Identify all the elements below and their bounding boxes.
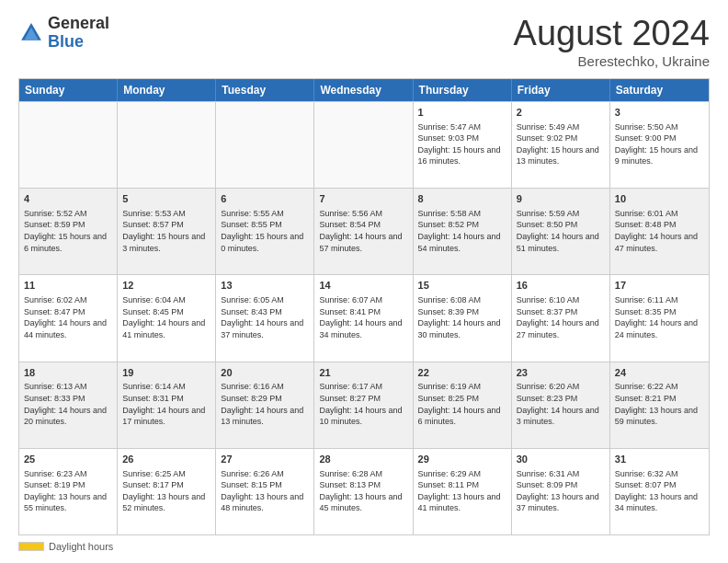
day-number: 20: [221, 366, 309, 380]
header-day-monday: Monday: [118, 79, 216, 101]
day-number: 27: [221, 453, 309, 466]
day-number: 29: [418, 453, 506, 466]
cell-info: Sunrise: 6:11 AMSunset: 8:35 PMDaylight:…: [615, 294, 704, 340]
cell-info: Sunrise: 6:16 AMSunset: 8:29 PMDaylight:…: [221, 381, 309, 427]
cell-info: Sunrise: 5:47 AMSunset: 9:03 PMDaylight:…: [418, 121, 506, 167]
calendar-body: 1Sunrise: 5:47 AMSunset: 9:03 PMDaylight…: [19, 101, 709, 534]
day-number: 16: [517, 279, 605, 293]
cell-info: Sunrise: 5:59 AMSunset: 8:50 PMDaylight:…: [517, 208, 605, 254]
day-number: 22: [418, 366, 506, 380]
day-number: 7: [319, 192, 407, 206]
day-cell-4: 4Sunrise: 5:52 AMSunset: 8:59 PMDaylight…: [19, 189, 118, 274]
logo-icon: [18, 20, 44, 46]
day-cell-7: 7Sunrise: 5:56 AMSunset: 8:54 PMDaylight…: [314, 189, 413, 274]
cell-info: Sunrise: 6:05 AMSunset: 8:43 PMDaylight:…: [221, 294, 309, 340]
day-cell-5: 5Sunrise: 5:53 AMSunset: 8:57 PMDaylight…: [118, 189, 216, 274]
header-day-friday: Friday: [512, 79, 610, 101]
day-cell-13: 13Sunrise: 6:05 AMSunset: 8:43 PMDayligh…: [216, 275, 314, 361]
cell-info: Sunrise: 5:50 AMSunset: 9:00 PMDaylight:…: [615, 121, 704, 167]
day-number: 4: [24, 192, 112, 206]
day-cell-24: 24Sunrise: 6:22 AMSunset: 8:21 PMDayligh…: [610, 362, 709, 448]
empty-cell: [118, 102, 216, 188]
day-cell-21: 21Sunrise: 6:17 AMSunset: 8:27 PMDayligh…: [314, 362, 413, 448]
logo-text: General Blue: [48, 15, 109, 52]
cell-info: Sunrise: 6:26 AMSunset: 8:15 PMDaylight:…: [221, 468, 309, 514]
day-number: 28: [319, 453, 407, 466]
day-cell-26: 26Sunrise: 6:25 AMSunset: 8:17 PMDayligh…: [118, 449, 216, 534]
day-cell-20: 20Sunrise: 6:16 AMSunset: 8:29 PMDayligh…: [216, 362, 314, 448]
page-header: General Blue August 2024 Berestechko, Uk…: [18, 15, 710, 69]
cell-info: Sunrise: 6:32 AMSunset: 8:07 PMDaylight:…: [615, 468, 704, 514]
empty-cell: [19, 102, 118, 188]
day-cell-31: 31Sunrise: 6:32 AMSunset: 8:07 PMDayligh…: [610, 449, 709, 534]
day-number: 10: [615, 192, 704, 206]
footer: Daylight hours: [18, 541, 710, 552]
day-cell-30: 30Sunrise: 6:31 AMSunset: 8:09 PMDayligh…: [512, 449, 610, 534]
day-number: 17: [615, 279, 704, 293]
day-cell-15: 15Sunrise: 6:08 AMSunset: 8:39 PMDayligh…: [414, 275, 512, 361]
week-row-4: 18Sunrise: 6:13 AMSunset: 8:33 PMDayligh…: [19, 362, 709, 448]
day-cell-6: 6Sunrise: 5:55 AMSunset: 8:55 PMDaylight…: [216, 189, 314, 274]
day-cell-16: 16Sunrise: 6:10 AMSunset: 8:37 PMDayligh…: [512, 275, 610, 361]
day-number: 26: [122, 453, 210, 466]
day-number: 11: [24, 279, 112, 293]
header-day-sunday: Sunday: [19, 79, 118, 101]
week-row-3: 11Sunrise: 6:02 AMSunset: 8:47 PMDayligh…: [19, 274, 709, 361]
cell-info: Sunrise: 6:25 AMSunset: 8:17 PMDaylight:…: [122, 468, 210, 514]
day-cell-28: 28Sunrise: 6:28 AMSunset: 8:13 PMDayligh…: [314, 449, 413, 534]
day-number: 19: [122, 366, 210, 380]
day-cell-23: 23Sunrise: 6:20 AMSunset: 8:23 PMDayligh…: [512, 362, 610, 448]
cell-info: Sunrise: 5:53 AMSunset: 8:57 PMDaylight:…: [122, 208, 210, 254]
cell-info: Sunrise: 6:08 AMSunset: 8:39 PMDaylight:…: [418, 294, 506, 340]
cell-info: Sunrise: 6:02 AMSunset: 8:47 PMDaylight:…: [24, 294, 112, 340]
header-day-thursday: Thursday: [414, 79, 512, 101]
day-cell-29: 29Sunrise: 6:29 AMSunset: 8:11 PMDayligh…: [414, 449, 512, 534]
day-cell-27: 27Sunrise: 6:26 AMSunset: 8:15 PMDayligh…: [216, 449, 314, 534]
legend-bar: [18, 542, 44, 551]
cell-info: Sunrise: 6:20 AMSunset: 8:23 PMDaylight:…: [517, 381, 605, 427]
legend-label: Daylight hours: [49, 541, 113, 552]
day-number: 9: [517, 192, 605, 206]
cell-info: Sunrise: 6:22 AMSunset: 8:21 PMDaylight:…: [615, 381, 704, 427]
day-number: 2: [517, 106, 605, 120]
logo-blue: Blue: [48, 32, 84, 51]
day-cell-10: 10Sunrise: 6:01 AMSunset: 8:48 PMDayligh…: [610, 189, 709, 274]
cell-info: Sunrise: 6:28 AMSunset: 8:13 PMDaylight:…: [319, 468, 407, 514]
day-number: 3: [615, 106, 704, 120]
header-day-tuesday: Tuesday: [216, 79, 314, 101]
day-number: 14: [319, 279, 407, 293]
cell-info: Sunrise: 6:04 AMSunset: 8:45 PMDaylight:…: [122, 294, 210, 340]
cell-info: Sunrise: 6:01 AMSunset: 8:48 PMDaylight:…: [615, 208, 704, 254]
calendar-header: SundayMondayTuesdayWednesdayThursdayFrid…: [19, 79, 709, 101]
day-cell-3: 3Sunrise: 5:50 AMSunset: 9:00 PMDaylight…: [610, 102, 709, 188]
week-row-2: 4Sunrise: 5:52 AMSunset: 8:59 PMDaylight…: [19, 188, 709, 274]
cell-info: Sunrise: 5:56 AMSunset: 8:54 PMDaylight:…: [319, 208, 407, 254]
day-cell-11: 11Sunrise: 6:02 AMSunset: 8:47 PMDayligh…: [19, 275, 118, 361]
cell-info: Sunrise: 5:49 AMSunset: 9:02 PMDaylight:…: [517, 121, 605, 167]
calendar: SundayMondayTuesdayWednesdayThursdayFrid…: [18, 78, 710, 535]
cell-info: Sunrise: 6:10 AMSunset: 8:37 PMDaylight:…: [517, 294, 605, 340]
day-cell-8: 8Sunrise: 5:58 AMSunset: 8:52 PMDaylight…: [414, 189, 512, 274]
cell-info: Sunrise: 6:29 AMSunset: 8:11 PMDaylight:…: [418, 468, 506, 514]
cell-info: Sunrise: 5:55 AMSunset: 8:55 PMDaylight:…: [221, 208, 309, 254]
day-cell-25: 25Sunrise: 6:23 AMSunset: 8:19 PMDayligh…: [19, 449, 118, 534]
day-number: 18: [24, 366, 112, 380]
day-cell-17: 17Sunrise: 6:11 AMSunset: 8:35 PMDayligh…: [610, 275, 709, 361]
day-number: 5: [122, 192, 210, 206]
week-row-5: 25Sunrise: 6:23 AMSunset: 8:19 PMDayligh…: [19, 448, 709, 534]
day-cell-18: 18Sunrise: 6:13 AMSunset: 8:33 PMDayligh…: [19, 362, 118, 448]
cell-info: Sunrise: 6:19 AMSunset: 8:25 PMDaylight:…: [418, 381, 506, 427]
day-number: 24: [615, 366, 704, 380]
day-cell-12: 12Sunrise: 6:04 AMSunset: 8:45 PMDayligh…: [118, 275, 216, 361]
day-number: 15: [418, 279, 506, 293]
daylight-legend: Daylight hours: [18, 541, 113, 552]
day-number: 25: [24, 453, 112, 466]
location-title: Berestechko, Ukraine: [514, 53, 710, 69]
day-number: 1: [418, 106, 506, 120]
cell-info: Sunrise: 5:52 AMSunset: 8:59 PMDaylight:…: [24, 208, 112, 254]
cell-info: Sunrise: 6:14 AMSunset: 8:31 PMDaylight:…: [122, 381, 210, 427]
logo-general: General: [48, 14, 109, 32]
header-day-wednesday: Wednesday: [314, 79, 413, 101]
day-number: 23: [517, 366, 605, 380]
cell-info: Sunrise: 6:17 AMSunset: 8:27 PMDaylight:…: [319, 381, 407, 427]
